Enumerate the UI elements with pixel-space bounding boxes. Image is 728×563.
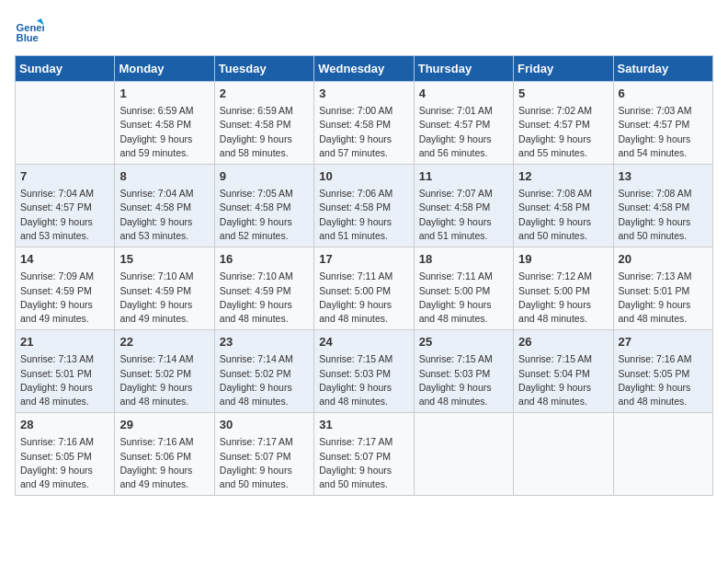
calendar-cell: 4Sunrise: 7:01 AMSunset: 4:57 PMDaylight… [414, 82, 513, 165]
day-info: Sunrise: 7:17 AMSunset: 5:07 PMDaylight:… [220, 435, 309, 491]
day-info: Sunrise: 7:00 AMSunset: 4:58 PMDaylight:… [319, 104, 408, 160]
weekday-header: Tuesday [214, 56, 313, 82]
calendar-cell: 28Sunrise: 7:16 AMSunset: 5:05 PMDayligh… [16, 413, 115, 496]
day-number: 20 [619, 251, 708, 268]
calendar-cell: 23Sunrise: 7:14 AMSunset: 5:02 PMDayligh… [214, 330, 313, 413]
day-info: Sunrise: 7:13 AMSunset: 5:01 PMDaylight:… [20, 352, 109, 408]
weekday-header: Saturday [613, 56, 712, 82]
day-info: Sunrise: 7:04 AMSunset: 4:57 PMDaylight:… [20, 187, 109, 243]
calendar-cell: 1Sunrise: 6:59 AMSunset: 4:58 PMDaylight… [115, 82, 214, 165]
calendar-cell: 19Sunrise: 7:12 AMSunset: 5:00 PMDayligh… [514, 247, 613, 330]
day-number: 22 [119, 334, 209, 350]
calendar-cell: 20Sunrise: 7:13 AMSunset: 5:01 PMDayligh… [613, 247, 712, 330]
calendar-cell: 15Sunrise: 7:10 AMSunset: 4:59 PMDayligh… [115, 247, 214, 330]
calendar-cell: 3Sunrise: 7:00 AMSunset: 4:58 PMDaylight… [314, 82, 414, 165]
calendar-cell: 29Sunrise: 7:16 AMSunset: 5:06 PMDayligh… [115, 413, 214, 496]
day-info: Sunrise: 7:13 AMSunset: 5:01 PMDaylight:… [619, 270, 708, 326]
calendar-cell: 11Sunrise: 7:07 AMSunset: 4:58 PMDayligh… [414, 165, 513, 247]
calendar-week-row: 14Sunrise: 7:09 AMSunset: 4:59 PMDayligh… [16, 247, 713, 330]
day-info: Sunrise: 7:05 AMSunset: 4:58 PMDaylight:… [220, 187, 309, 243]
day-number: 28 [20, 417, 109, 433]
day-info: Sunrise: 7:10 AMSunset: 4:59 PMDaylight:… [119, 270, 209, 326]
day-number: 18 [419, 251, 508, 268]
calendar-week-row: 7Sunrise: 7:04 AMSunset: 4:57 PMDaylight… [16, 165, 713, 247]
calendar-cell: 30Sunrise: 7:17 AMSunset: 5:07 PMDayligh… [214, 413, 313, 496]
calendar-cell: 14Sunrise: 7:09 AMSunset: 4:59 PMDayligh… [16, 247, 115, 330]
calendar-cell: 18Sunrise: 7:11 AMSunset: 5:00 PMDayligh… [414, 247, 513, 330]
day-number: 24 [319, 334, 408, 350]
day-info: Sunrise: 7:14 AMSunset: 5:02 PMDaylight:… [220, 352, 309, 408]
day-info: Sunrise: 7:06 AMSunset: 4:58 PMDaylight:… [319, 187, 408, 243]
calendar-cell: 13Sunrise: 7:08 AMSunset: 4:58 PMDayligh… [613, 165, 712, 247]
day-number: 12 [518, 168, 608, 185]
day-info: Sunrise: 7:08 AMSunset: 4:58 PMDaylight:… [518, 187, 608, 243]
calendar-cell: 21Sunrise: 7:13 AMSunset: 5:01 PMDayligh… [16, 330, 115, 413]
day-number: 25 [419, 334, 508, 350]
day-number: 8 [119, 168, 209, 185]
day-number: 5 [518, 86, 608, 102]
day-number: 9 [220, 168, 309, 185]
day-number: 17 [319, 251, 408, 268]
calendar-cell: 12Sunrise: 7:08 AMSunset: 4:58 PMDayligh… [514, 165, 613, 247]
day-number: 31 [319, 417, 408, 433]
day-number: 19 [518, 251, 608, 268]
day-number: 6 [619, 86, 708, 102]
weekday-header: Sunday [16, 56, 115, 82]
weekday-header: Wednesday [314, 56, 414, 82]
day-number: 16 [220, 251, 309, 268]
calendar-header: SundayMondayTuesdayWednesdayThursdayFrid… [16, 56, 713, 82]
calendar-cell: 6Sunrise: 7:03 AMSunset: 4:57 PMDaylight… [613, 82, 712, 165]
day-number: 21 [20, 334, 109, 350]
day-info: Sunrise: 7:04 AMSunset: 4:58 PMDaylight:… [119, 187, 209, 243]
calendar-cell [613, 413, 712, 496]
logo-icon: General Blue [15, 15, 44, 44]
day-info: Sunrise: 7:08 AMSunset: 4:58 PMDaylight:… [619, 187, 708, 243]
calendar-week-row: 1Sunrise: 6:59 AMSunset: 4:58 PMDaylight… [16, 82, 713, 165]
day-number: 4 [419, 86, 508, 102]
day-info: Sunrise: 7:15 AMSunset: 5:04 PMDaylight:… [518, 352, 608, 408]
page-header: General Blue [15, 15, 713, 44]
day-info: Sunrise: 7:02 AMSunset: 4:57 PMDaylight:… [518, 104, 608, 160]
calendar-week-row: 28Sunrise: 7:16 AMSunset: 5:05 PMDayligh… [16, 413, 713, 496]
day-info: Sunrise: 7:11 AMSunset: 5:00 PMDaylight:… [419, 270, 508, 326]
calendar-cell: 9Sunrise: 7:05 AMSunset: 4:58 PMDaylight… [214, 165, 313, 247]
day-info: Sunrise: 7:12 AMSunset: 5:00 PMDaylight:… [518, 270, 608, 326]
day-number: 27 [619, 334, 708, 350]
day-info: Sunrise: 7:11 AMSunset: 5:00 PMDaylight:… [319, 270, 408, 326]
day-info: Sunrise: 7:15 AMSunset: 5:03 PMDaylight:… [319, 352, 408, 408]
day-number: 26 [518, 334, 608, 350]
day-number: 11 [419, 168, 508, 185]
calendar-cell: 17Sunrise: 7:11 AMSunset: 5:00 PMDayligh… [314, 247, 414, 330]
calendar-week-row: 21Sunrise: 7:13 AMSunset: 5:01 PMDayligh… [16, 330, 713, 413]
calendar-cell: 24Sunrise: 7:15 AMSunset: 5:03 PMDayligh… [314, 330, 414, 413]
day-info: Sunrise: 6:59 AMSunset: 4:58 PMDaylight:… [119, 104, 209, 160]
day-info: Sunrise: 7:16 AMSunset: 5:05 PMDaylight:… [20, 435, 109, 491]
day-number: 29 [119, 417, 209, 433]
day-number: 15 [119, 251, 209, 268]
day-info: Sunrise: 7:16 AMSunset: 5:06 PMDaylight:… [119, 435, 209, 491]
calendar-cell: 7Sunrise: 7:04 AMSunset: 4:57 PMDaylight… [16, 165, 115, 247]
calendar-cell: 2Sunrise: 6:59 AMSunset: 4:58 PMDaylight… [214, 82, 313, 165]
day-number: 2 [220, 86, 309, 102]
day-info: Sunrise: 7:14 AMSunset: 5:02 PMDaylight:… [119, 352, 209, 408]
day-info: Sunrise: 7:01 AMSunset: 4:57 PMDaylight:… [419, 104, 508, 160]
calendar-cell: 5Sunrise: 7:02 AMSunset: 4:57 PMDaylight… [514, 82, 613, 165]
calendar-cell [514, 413, 613, 496]
calendar-cell: 10Sunrise: 7:06 AMSunset: 4:58 PMDayligh… [314, 165, 414, 247]
day-number: 30 [220, 417, 309, 433]
day-info: Sunrise: 7:10 AMSunset: 4:59 PMDaylight:… [220, 270, 309, 326]
calendar-cell: 22Sunrise: 7:14 AMSunset: 5:02 PMDayligh… [115, 330, 214, 413]
logo: General Blue [15, 15, 48, 44]
day-number: 10 [319, 168, 408, 185]
weekday-header: Thursday [414, 56, 513, 82]
calendar-cell: 16Sunrise: 7:10 AMSunset: 4:59 PMDayligh… [214, 247, 313, 330]
calendar-cell [414, 413, 513, 496]
day-number: 1 [119, 86, 209, 102]
calendar-cell: 8Sunrise: 7:04 AMSunset: 4:58 PMDaylight… [115, 165, 214, 247]
svg-text:General: General [17, 22, 44, 33]
calendar-cell: 26Sunrise: 7:15 AMSunset: 5:04 PMDayligh… [514, 330, 613, 413]
day-info: Sunrise: 7:03 AMSunset: 4:57 PMDaylight:… [619, 104, 708, 160]
weekday-header: Monday [115, 56, 214, 82]
day-info: Sunrise: 7:07 AMSunset: 4:58 PMDaylight:… [419, 187, 508, 243]
calendar-cell: 25Sunrise: 7:15 AMSunset: 5:03 PMDayligh… [414, 330, 513, 413]
